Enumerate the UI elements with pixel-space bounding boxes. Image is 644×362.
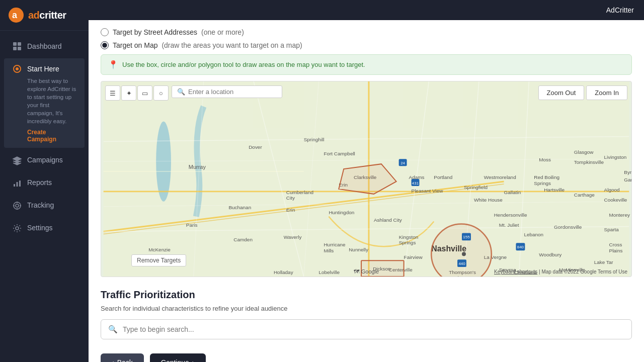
svg-text:Hartsville: Hartsville: [544, 187, 565, 193]
svg-text:Springs: Springs: [399, 240, 416, 245]
targeting-map-label: Target on Map (draw the areas you want t…: [113, 41, 302, 49]
map-attribution: 🗺 Google: [354, 268, 379, 275]
map-tool-rectangle[interactable]: ▭: [137, 85, 152, 101]
svg-text:Mills: Mills: [324, 248, 334, 253]
svg-text:Gordonsville: Gordonsville: [554, 224, 582, 230]
content-area: Target by Street Addresses (one or more)…: [89, 20, 644, 362]
svg-text:840: 840: [517, 245, 524, 249]
map-search-box[interactable]: 🔍: [172, 85, 282, 98]
map-toolbar: ☰ ✦ ▭ ○: [105, 85, 169, 101]
svg-text:Red Boiling: Red Boiling: [534, 174, 559, 180]
traffic-search-icon: 🔍: [108, 325, 118, 334]
continue-button[interactable]: Continue ›: [150, 353, 206, 362]
topbar-username: AdCritter: [606, 6, 634, 14]
targeting-option-map[interactable]: Target on Map (draw the areas you want t…: [101, 41, 632, 49]
map-tool-point[interactable]: ✦: [121, 85, 136, 101]
svg-text:Livingston: Livingston: [604, 154, 627, 160]
svg-text:Dover: Dover: [249, 144, 262, 150]
sidebar-item-start-here[interactable]: Start Here The best way to explore AdCri…: [4, 58, 85, 148]
tracking-icon: [12, 201, 22, 211]
svg-text:Fairview: Fairview: [404, 254, 423, 260]
remove-targets-button[interactable]: Remove Targets: [131, 254, 186, 266]
svg-text:Moss: Moss: [539, 157, 551, 162]
svg-text:Lobelville: Lobelville: [318, 269, 340, 275]
sidebar-item-reports-label: Reports: [27, 178, 52, 187]
svg-text:Erin: Erin: [286, 207, 295, 213]
svg-point-12: [16, 204, 19, 207]
svg-point-7: [16, 67, 19, 70]
svg-rect-5: [18, 47, 21, 50]
svg-text:Plains: Plains: [609, 248, 623, 253]
sidebar-item-start-here-label: Start Here: [27, 65, 59, 73]
svg-text:McKenzie: McKenzie: [148, 247, 171, 252]
svg-text:Cross: Cross: [609, 242, 622, 247]
targeting-street-label: Target by Street Addresses (one or more): [113, 28, 244, 36]
create-campaign-link[interactable]: Create Campaign: [12, 129, 76, 143]
svg-text:White House: White House: [474, 197, 503, 203]
svg-point-17: [16, 227, 19, 230]
svg-text:Gallatin: Gallatin: [504, 190, 521, 195]
targeting-option-street[interactable]: Target by Street Addresses (one or more): [101, 28, 632, 36]
svg-text:Kingston: Kingston: [399, 234, 419, 240]
sidebar-item-dashboard[interactable]: Dashboard: [4, 36, 85, 56]
svg-text:Byrdstown: Byrdstown: [624, 169, 631, 175]
zoom-in-button[interactable]: Zoom In: [586, 85, 627, 100]
svg-text:24: 24: [400, 161, 405, 165]
map-tool-menu[interactable]: ☰: [105, 85, 120, 101]
svg-text:Springs: Springs: [534, 180, 551, 186]
sidebar-logo-text: adcritter: [28, 10, 66, 21]
map-search-icon: 🔍: [177, 88, 185, 96]
svg-point-20: [156, 122, 171, 202]
svg-rect-3: [18, 42, 21, 46]
zoom-controls: Zoom Out Zoom In: [538, 85, 627, 100]
main-content: AdCritter Target by Street Addresses (on…: [89, 0, 644, 362]
map-logo: 🗺: [354, 268, 359, 275]
traffic-prioritization-title: Traffic Prioritization: [101, 289, 632, 301]
svg-text:Pleasant View: Pleasant View: [412, 188, 444, 194]
sidebar-navigation: Dashboard Start Here The best way to exp…: [0, 31, 89, 362]
targeting-street-radio[interactable]: [101, 28, 109, 36]
svg-text:Monterey: Monterey: [609, 212, 630, 218]
traffic-search-box[interactable]: 🔍: [101, 319, 632, 339]
svg-text:Ashland City: Ashland City: [374, 217, 402, 223]
sidebar-item-campaigns[interactable]: Campaigns: [4, 150, 85, 170]
topbar: AdCritter: [89, 0, 644, 20]
sidebar-logo: a adcritter: [0, 0, 89, 31]
targeting-map-radio[interactable]: [101, 41, 109, 49]
layers-icon: [12, 155, 22, 165]
back-chevron-icon: ‹: [112, 358, 114, 362]
zoom-out-button[interactable]: Zoom Out: [538, 85, 585, 100]
svg-text:Springfield: Springfield: [464, 185, 488, 190]
svg-text:Hurricane: Hurricane: [324, 242, 346, 247]
map-location-input[interactable]: [188, 88, 277, 96]
sidebar: a adcritter Dashboard: [0, 0, 89, 362]
svg-text:City: City: [286, 195, 295, 201]
svg-text:Hendersonville: Hendersonville: [494, 212, 527, 218]
keyboard-shortcuts-link[interactable]: Keyboard shortcuts: [494, 269, 537, 275]
map-background: Murray McKenzie Paris Camden Buchanan Do…: [101, 81, 631, 277]
gear-icon: [12, 223, 22, 233]
svg-rect-8: [14, 184, 15, 187]
map-attribution-right: Keyboard shortcuts | Map data ©2022 Goog…: [494, 269, 627, 275]
svg-text:Holladay: Holladay: [274, 269, 293, 275]
svg-text:Huntingdon: Huntingdon: [329, 210, 354, 215]
svg-text:Carthage: Carthage: [574, 192, 595, 198]
sidebar-item-tracking[interactable]: Tracking: [4, 195, 85, 216]
info-banner-text: Use the box, circle and/or polygon tool …: [122, 61, 365, 68]
map-container[interactable]: Murray McKenzie Paris Camden Buchanan Do…: [101, 81, 632, 277]
bar-chart-icon: [12, 178, 22, 188]
sidebar-item-settings[interactable]: Settings: [4, 218, 85, 238]
svg-text:431: 431: [412, 181, 419, 186]
traffic-search-input[interactable]: [123, 325, 624, 333]
back-button[interactable]: ‹ Back: [101, 353, 144, 362]
svg-text:Mt. Juliet: Mt. Juliet: [499, 222, 519, 228]
grid-icon: [12, 41, 22, 51]
svg-text:Tompkinsville: Tompkinsville: [574, 159, 604, 165]
map-tool-circle[interactable]: ○: [153, 85, 169, 101]
sidebar-item-tracking-label: Tracking: [27, 201, 54, 209]
info-banner: 📍 Use the box, circle and/or polygon too…: [101, 54, 632, 75]
continue-chevron-icon: ›: [192, 358, 195, 362]
sidebar-item-reports[interactable]: Reports: [4, 172, 85, 193]
svg-text:Westmoreland: Westmoreland: [484, 174, 516, 180]
svg-rect-9: [17, 182, 18, 187]
